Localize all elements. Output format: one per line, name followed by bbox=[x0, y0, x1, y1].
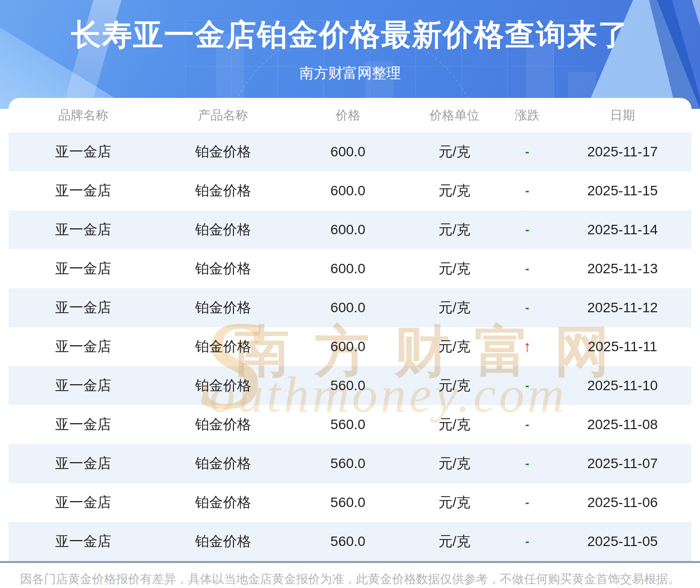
table-body: 亚一金店 铂金价格 600.0 元/克 - 2025-11-17 亚一金店 铂金… bbox=[8, 132, 692, 561]
change-cell: - bbox=[501, 210, 554, 249]
brand-cell: 亚一金店 bbox=[8, 171, 158, 210]
table-row: 亚一金店 铂金价格 600.0 元/克 - 2025-11-12 bbox=[8, 288, 692, 327]
brand-cell: 亚一金店 bbox=[8, 522, 158, 561]
price-cell: 600.0 bbox=[288, 132, 408, 171]
unit-cell: 元/克 bbox=[408, 405, 501, 444]
column-header: 涨跌 bbox=[501, 98, 554, 132]
price-table-card: 品牌名称产品名称价格价格单位涨跌日期 亚一金店 铂金价格 600.0 元/克 -… bbox=[8, 98, 692, 561]
change-cell: - bbox=[501, 171, 554, 210]
product-cell: 铂金价格 bbox=[158, 132, 288, 171]
unit-cell: 元/克 bbox=[408, 249, 501, 288]
product-cell: 铂金价格 bbox=[158, 483, 288, 522]
date-cell: 2025-11-05 bbox=[554, 522, 692, 561]
price-cell: 560.0 bbox=[288, 366, 408, 405]
change-cell: - bbox=[501, 483, 554, 522]
unit-cell: 元/克 bbox=[408, 288, 501, 327]
product-cell: 铂金价格 bbox=[158, 249, 288, 288]
product-cell: 铂金价格 bbox=[158, 171, 288, 210]
table-row: 亚一金店 铂金价格 600.0 元/克 - 2025-11-15 bbox=[8, 171, 692, 210]
price-cell: 600.0 bbox=[288, 327, 408, 366]
product-cell: 铂金价格 bbox=[158, 522, 288, 561]
brand-cell: 亚一金店 bbox=[8, 210, 158, 249]
product-cell: 铂金价格 bbox=[158, 444, 288, 483]
unit-cell: 元/克 bbox=[408, 366, 501, 405]
page-title: 长寿亚一金店铂金价格最新价格查询来了 bbox=[0, 15, 700, 55]
unit-cell: 元/克 bbox=[408, 132, 501, 171]
unit-cell: 元/克 bbox=[408, 483, 501, 522]
change-cell: - bbox=[501, 366, 554, 405]
price-cell: 560.0 bbox=[288, 522, 408, 561]
brand-cell: 亚一金店 bbox=[8, 405, 158, 444]
date-cell: 2025-11-15 bbox=[554, 171, 692, 210]
price-table: 品牌名称产品名称价格价格单位涨跌日期 亚一金店 铂金价格 600.0 元/克 -… bbox=[8, 98, 692, 561]
table-header-row: 品牌名称产品名称价格价格单位涨跌日期 bbox=[8, 98, 692, 132]
product-cell: 铂金价格 bbox=[158, 405, 288, 444]
date-cell: 2025-11-11 bbox=[554, 327, 692, 366]
table-row: 亚一金店 铂金价格 560.0 元/克 - 2025-11-08 bbox=[8, 405, 692, 444]
page-header: 长寿亚一金店铂金价格最新价格查询来了 南方财富网整理 bbox=[0, 0, 700, 109]
unit-cell: 元/克 bbox=[408, 327, 501, 366]
column-header: 日期 bbox=[554, 98, 692, 132]
date-cell: 2025-11-13 bbox=[554, 249, 692, 288]
product-cell: 铂金价格 bbox=[158, 327, 288, 366]
product-cell: 铂金价格 bbox=[158, 366, 288, 405]
unit-cell: 元/克 bbox=[408, 444, 501, 483]
table-row: 亚一金店 铂金价格 560.0 元/克 - 2025-11-07 bbox=[8, 444, 692, 483]
price-cell: 600.0 bbox=[288, 288, 408, 327]
table-row: 亚一金店 铂金价格 600.0 元/克 ↑ 2025-11-11 bbox=[8, 327, 692, 366]
page-subtitle: 南方财富网整理 bbox=[0, 63, 700, 83]
date-cell: 2025-11-08 bbox=[554, 405, 692, 444]
unit-cell: 元/克 bbox=[408, 171, 501, 210]
price-cell: 600.0 bbox=[288, 249, 408, 288]
brand-cell: 亚一金店 bbox=[8, 366, 158, 405]
date-cell: 2025-11-17 bbox=[554, 132, 692, 171]
product-cell: 铂金价格 bbox=[158, 288, 288, 327]
brand-cell: 亚一金店 bbox=[8, 444, 158, 483]
date-cell: 2025-11-06 bbox=[554, 483, 692, 522]
column-header: 品牌名称 bbox=[8, 98, 158, 132]
price-cell: 600.0 bbox=[288, 210, 408, 249]
change-cell: - bbox=[501, 522, 554, 561]
price-cell: 560.0 bbox=[288, 405, 408, 444]
brand-cell: 亚一金店 bbox=[8, 483, 158, 522]
change-cell: - bbox=[501, 288, 554, 327]
change-cell: ↑ bbox=[501, 327, 554, 366]
brand-cell: 亚一金店 bbox=[8, 327, 158, 366]
table-row: 亚一金店 铂金价格 560.0 元/克 - 2025-11-05 bbox=[8, 522, 692, 561]
table-row: 亚一金店 铂金价格 600.0 元/克 - 2025-11-14 bbox=[8, 210, 692, 249]
table-row: 亚一金店 铂金价格 600.0 元/克 - 2025-11-17 bbox=[8, 132, 692, 171]
table-row: 亚一金店 铂金价格 560.0 元/克 - 2025-11-10 bbox=[8, 366, 692, 405]
unit-cell: 元/克 bbox=[408, 210, 501, 249]
change-cell: - bbox=[501, 249, 554, 288]
date-cell: 2025-11-10 bbox=[554, 366, 692, 405]
table-row: 亚一金店 铂金价格 560.0 元/克 - 2025-11-06 bbox=[8, 483, 692, 522]
brand-cell: 亚一金店 bbox=[8, 132, 158, 171]
brand-cell: 亚一金店 bbox=[8, 249, 158, 288]
column-header: 价格 bbox=[288, 98, 408, 132]
footer-divider bbox=[0, 561, 700, 563]
change-cell: - bbox=[501, 132, 554, 171]
price-cell: 600.0 bbox=[288, 171, 408, 210]
date-cell: 2025-11-12 bbox=[554, 288, 692, 327]
column-header: 价格单位 bbox=[408, 98, 501, 132]
price-cell: 560.0 bbox=[288, 483, 408, 522]
change-cell: - bbox=[501, 405, 554, 444]
table-row: 亚一金店 铂金价格 600.0 元/克 - 2025-11-13 bbox=[8, 249, 692, 288]
date-cell: 2025-11-14 bbox=[554, 210, 692, 249]
date-cell: 2025-11-07 bbox=[554, 444, 692, 483]
product-cell: 铂金价格 bbox=[158, 210, 288, 249]
unit-cell: 元/克 bbox=[408, 522, 501, 561]
price-cell: 560.0 bbox=[288, 444, 408, 483]
footer-disclaimer: 因各门店黄金价格报价有差异，具体以当地金店黄金报价为准，此黄金价格数据仅供参考，… bbox=[0, 563, 700, 587]
change-cell: - bbox=[501, 444, 554, 483]
brand-cell: 亚一金店 bbox=[8, 288, 158, 327]
column-header: 产品名称 bbox=[158, 98, 288, 132]
